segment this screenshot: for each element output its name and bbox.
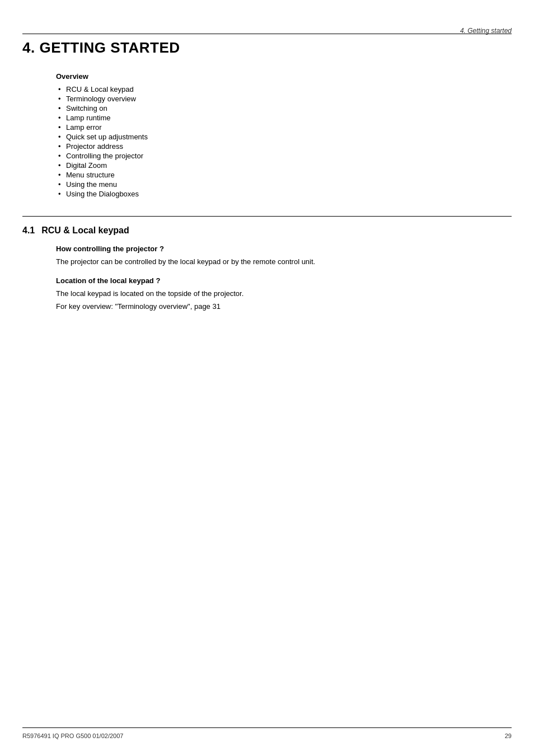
subsection-1-para-1: The projector can be controlled by the l…: [56, 256, 512, 267]
overview-list-item: Using the menu: [56, 180, 512, 189]
overview-list-item: Switching on: [56, 104, 512, 112]
overview-list-item: Digital Zoom: [56, 161, 512, 170]
overview-list-item: Lamp runtime: [56, 114, 512, 122]
overview-list-item: Menu structure: [56, 171, 512, 179]
section-divider: [22, 216, 512, 217]
subsection-2-heading: Location of the local keypad ?: [56, 276, 512, 285]
footer: R5976491 IQ PRO G500 01/02/2007 29: [22, 732, 512, 739]
footer-left: R5976491 IQ PRO G500 01/02/2007: [22, 732, 123, 739]
subsection-2-para-2: For key overview: "Terminology overview"…: [56, 301, 512, 312]
section-41-header: 4.1 RCU & Local keypad: [22, 226, 512, 236]
subsection-2: Location of the local keypad ?The local …: [56, 276, 512, 312]
overview-list-item: Quick set up adjustments: [56, 133, 512, 141]
subsection-2-para-1: The local keypad is located on the topsi…: [56, 288, 512, 299]
overview-list-item: Lamp error: [56, 123, 512, 132]
footer-page-number: 29: [505, 732, 512, 739]
footer-rule: [22, 727, 512, 728]
overview-list-item: Using the Dialogboxes: [56, 190, 512, 198]
top-rule: [22, 34, 512, 34]
overview-list-item: Controlling the projector: [56, 152, 512, 160]
subsection-1: How controlling the projector ?The proje…: [56, 245, 512, 267]
section-41-title: RCU & Local keypad: [41, 226, 129, 236]
subsections-container: How controlling the projector ?The proje…: [22, 245, 512, 312]
overview-section: Overview RCU & Local keypadTerminology o…: [56, 72, 512, 198]
section-41-number: 4.1: [22, 226, 35, 236]
overview-list: RCU & Local keypadTerminology overviewSw…: [56, 85, 512, 198]
overview-list-item: Projector address: [56, 142, 512, 151]
overview-heading: Overview: [56, 72, 512, 81]
chapter-title: 4. GETTING STARTED: [22, 39, 512, 57]
subsection-1-heading: How controlling the projector ?: [56, 245, 512, 253]
overview-list-item: Terminology overview: [56, 95, 512, 103]
overview-list-item: RCU & Local keypad: [56, 85, 512, 93]
